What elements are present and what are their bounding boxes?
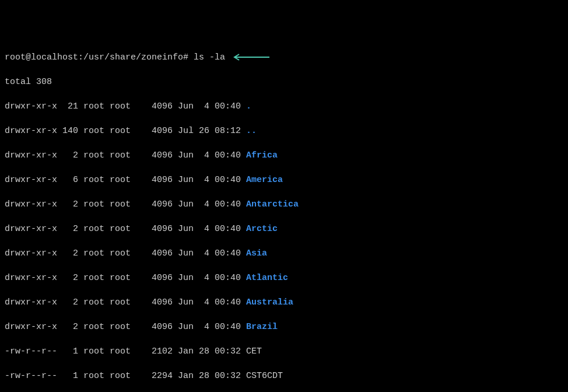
permissions: drwxr-xr-x: [5, 249, 57, 258]
listing-row: drwxr-xr-x 140 root root 4096 Jul 26 08:…: [5, 125, 563, 137]
entry-name: Arctic: [241, 224, 278, 234]
entry-name: CET: [241, 346, 262, 356]
permissions: -rw-r--r--: [5, 346, 57, 356]
group: root: [104, 102, 131, 111]
size: 4096: [131, 322, 173, 332]
size: 4096: [131, 126, 173, 136]
entry-name: .: [241, 102, 251, 111]
size: 4096: [131, 298, 173, 307]
link-count: 2: [57, 249, 78, 258]
entry-name: ..: [241, 126, 257, 136]
size: 2294: [131, 371, 173, 381]
date: Jun 4 00:40: [173, 298, 241, 307]
link-count: 1: [57, 371, 78, 381]
owner: root: [78, 200, 104, 209]
permissions: drwxr-xr-x: [5, 224, 57, 234]
owner: root: [78, 273, 104, 283]
owner: root: [78, 175, 104, 185]
entry-name: Atlantic: [241, 273, 288, 283]
group: root: [104, 249, 131, 258]
link-count: 6: [57, 175, 78, 185]
listing-row: drwxr-xr-x 2 root root 4096 Jun 4 00:40 …: [5, 149, 563, 162]
link-count: 2: [57, 322, 78, 332]
owner: root: [78, 224, 104, 234]
size: 4096: [131, 150, 173, 160]
owner: root: [78, 322, 104, 332]
link-count: 21: [57, 102, 78, 111]
permissions: drwxr-xr-x: [5, 126, 57, 136]
entry-name: CST6CDT: [241, 371, 283, 381]
date: Jun 4 00:40: [173, 175, 241, 185]
listing-row: drwxr-xr-x 2 root root 4096 Jun 4 00:40 …: [5, 321, 563, 333]
command-text: ls -la: [194, 52, 225, 62]
permissions: drwxr-xr-x: [5, 150, 57, 160]
size: 4096: [131, 273, 173, 283]
date: Jun 4 00:40: [173, 273, 241, 283]
date: Jun 4 00:40: [173, 322, 241, 332]
entry-name: Asia: [241, 249, 267, 258]
size: 4096: [131, 102, 173, 111]
size: 2102: [131, 346, 173, 356]
date: Jun 4 00:40: [173, 249, 241, 258]
permissions: drwxr-xr-x: [5, 200, 57, 209]
date: Jan 28 00:32: [173, 346, 241, 356]
size: 4096: [131, 200, 173, 209]
size: 4096: [131, 224, 173, 234]
prompt-line: root@localhost:/usr/share/zoneinfo# ls -…: [5, 51, 563, 64]
group: root: [104, 371, 131, 381]
link-count: 2: [57, 273, 78, 283]
owner: root: [78, 346, 104, 356]
owner: root: [78, 126, 104, 136]
entry-name: Antarctica: [241, 200, 299, 209]
group: root: [104, 322, 131, 332]
owner: root: [78, 298, 104, 307]
terminal-output[interactable]: root@localhost:/usr/share/zoneinfo# ls -…: [5, 51, 563, 392]
prompt-user-host: root@localhost: [5, 52, 78, 62]
date: Jul 26 08:12: [173, 126, 241, 136]
link-count: 2: [57, 298, 78, 307]
link-count: 2: [57, 150, 78, 160]
listing-row: drwxr-xr-x 2 root root 4096 Jun 4 00:40 …: [5, 272, 563, 284]
date: Jun 4 00:40: [173, 200, 241, 209]
group: root: [104, 200, 131, 209]
link-count: 2: [57, 224, 78, 234]
group: root: [104, 298, 131, 307]
group: root: [104, 224, 131, 234]
group: root: [104, 150, 131, 160]
link-count: 2: [57, 200, 78, 209]
listing-row: drwxr-xr-x 2 root root 4096 Jun 4 00:40 …: [5, 198, 563, 211]
owner: root: [78, 249, 104, 258]
size: 4096: [131, 175, 173, 185]
listing-row: drwxr-xr-x 21 root root 4096 Jun 4 00:40…: [5, 100, 563, 113]
date: Jun 4 00:40: [173, 102, 241, 111]
group: root: [104, 175, 131, 185]
owner: root: [78, 371, 104, 381]
listing-row: drwxr-xr-x 2 root root 4096 Jun 4 00:40 …: [5, 296, 563, 309]
permissions: -rw-r--r--: [5, 371, 57, 381]
owner: root: [78, 150, 104, 160]
entry-name: Australia: [241, 298, 293, 307]
permissions: drwxr-xr-x: [5, 175, 57, 185]
arrow-annotation-icon: [230, 51, 271, 64]
group: root: [104, 273, 131, 283]
directory-listing: drwxr-xr-x 21 root root 4096 Jun 4 00:40…: [5, 100, 563, 392]
prompt-symbol: #: [183, 52, 188, 62]
permissions: drwxr-xr-x: [5, 298, 57, 307]
date: Jun 4 00:40: [173, 150, 241, 160]
permissions: drwxr-xr-x: [5, 102, 57, 111]
prompt-path: /usr/share/zoneinfo: [83, 52, 183, 62]
owner: root: [78, 102, 104, 111]
group: root: [104, 346, 131, 356]
date: Jan 28 00:32: [173, 371, 241, 381]
entry-name: America: [241, 175, 283, 185]
listing-row: drwxr-xr-x 2 root root 4096 Jun 4 00:40 …: [5, 223, 563, 235]
listing-row: drwxr-xr-x 2 root root 4096 Jun 4 00:40 …: [5, 247, 563, 260]
permissions: drwxr-xr-x: [5, 273, 57, 283]
listing-row: -rw-r--r-- 1 root root 2294 Jan 28 00:32…: [5, 370, 563, 382]
permissions: drwxr-xr-x: [5, 322, 57, 332]
link-count: 140: [57, 126, 78, 136]
size: 4096: [131, 249, 173, 258]
listing-row: drwxr-xr-x 6 root root 4096 Jun 4 00:40 …: [5, 174, 563, 186]
date: Jun 4 00:40: [173, 224, 241, 234]
entry-name: Africa: [241, 150, 278, 160]
